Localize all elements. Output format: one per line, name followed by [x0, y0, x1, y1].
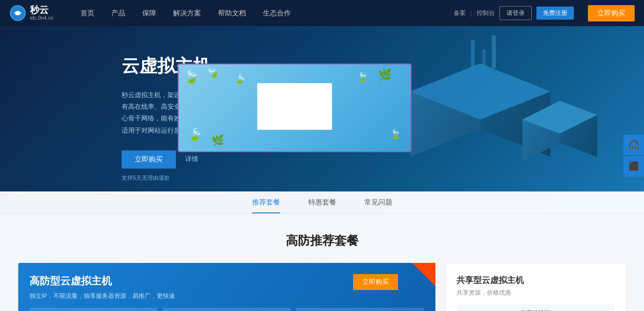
- register-button[interactable]: 免费注册: [536, 7, 574, 20]
- packages-section: 高防推荐套餐 高防型云虚拟主机 独立IP，不限流量，独享服务器资源，易推广，更快…: [0, 214, 644, 311]
- hero-buttons: 立即购买 详情: [122, 150, 644, 169]
- side-plan-name: 共享经济版: [461, 309, 610, 311]
- package-plans: 宽评独享版 ★ 宽评独享版 ★★ 宽评独享版 ★★★: [29, 308, 424, 311]
- side-plan-card: 共享经济版 — — —: [456, 304, 615, 311]
- nav-products[interactable]: 产品: [103, 0, 134, 26]
- header-right: 备案 | 控制台 请登录 免费注册 立即购买: [454, 5, 635, 21]
- side-package-title: 共享型云虚拟主机: [456, 275, 615, 286]
- logo[interactable]: 秒云 idc.0n4.cn: [9, 5, 53, 21]
- logo-main-text: 秒云: [30, 5, 53, 14]
- float-headset-button[interactable]: 🎧: [623, 134, 644, 155]
- logo-sub-text: idc.0n4.cn: [30, 14, 53, 21]
- nav-ecosystem[interactable]: 生态合作: [254, 0, 299, 26]
- leaf-6: 🍃: [187, 126, 205, 143]
- side-package-desc: 共享资源，价格优惠: [456, 289, 615, 297]
- popup-white-box: [257, 83, 332, 130]
- leaf-3: 🍃: [233, 72, 248, 86]
- qr-icon: ⬛: [629, 161, 639, 171]
- side-package: 共享型云虚拟主机 共享资源，价格优惠 共享经济版 — — —: [445, 263, 626, 311]
- tab-faq[interactable]: 常见问题: [364, 191, 392, 213]
- plan-card-3: 宽评独享版 ★★★: [296, 308, 424, 311]
- popup-overlay: 🍃 🍃 🍃 🌿 🍃 🍃 🌿 🍃: [178, 64, 412, 152]
- leaf-8: 🍃: [390, 128, 401, 140]
- leaf-2: 🍃: [204, 64, 221, 81]
- float-sidebar: 🎧 ⬛: [623, 134, 644, 177]
- headset-icon: 🎧: [628, 139, 640, 150]
- divider: |: [470, 10, 472, 17]
- packages-title: 高防推荐套餐: [14, 233, 630, 249]
- leaf-7: 🌿: [211, 134, 224, 147]
- hero-detail-button[interactable]: 详情: [185, 155, 198, 163]
- corner-badge: [412, 263, 435, 286]
- popup-bg: 🍃 🍃 🍃 🌿 🍃 🍃 🌿 🍃: [179, 64, 411, 151]
- leaf-5: 🍃: [357, 71, 369, 83]
- console-link[interactable]: 控制台: [477, 9, 495, 17]
- main-nav: 首页 产品 保障 解决方案 帮助文档 生态合作: [72, 0, 453, 26]
- hero-refund-text: 支持5天无理由退款: [122, 174, 644, 182]
- plan-card-1: 宽评独享版 ★: [29, 308, 158, 311]
- main-package-desc: 独立IP，不限流量，独享服务器资源，易推广，更快速: [29, 292, 424, 300]
- logo-icon: [9, 5, 26, 21]
- leaf-4: 🌿: [378, 68, 392, 81]
- tab-special[interactable]: 特惠套餐: [308, 191, 336, 213]
- nav-home[interactable]: 首页: [72, 0, 103, 26]
- nav-solutions[interactable]: 解决方案: [165, 0, 210, 26]
- main-package-buy-button[interactable]: 立即购买: [353, 274, 398, 290]
- leaf-1: 🍃: [183, 69, 200, 85]
- logo-text: 秒云 idc.0n4.cn: [30, 5, 53, 21]
- header: 秒云 idc.0n4.cn 首页 产品 保障 解决方案 帮助文档 生态合作 备案…: [0, 0, 644, 26]
- tab-recommended[interactable]: 推荐套餐: [252, 191, 280, 213]
- login-button[interactable]: 请登录: [499, 6, 532, 20]
- top-buy-button[interactable]: 立即购买: [588, 5, 635, 21]
- tabs-bar: 推荐套餐 特惠套餐 常见问题: [0, 191, 644, 214]
- hero-buy-button[interactable]: 立即购买: [122, 150, 176, 169]
- float-qr-button[interactable]: ⬛: [623, 156, 644, 177]
- icp-link[interactable]: 备案: [454, 9, 466, 17]
- nav-docs[interactable]: 帮助文档: [210, 0, 254, 26]
- packages-grid: 高防型云虚拟主机 独立IP，不限流量，独享服务器资源，易推广，更快速 立即购买 …: [18, 263, 626, 311]
- plan-card-2: 宽评独享版 ★★: [162, 308, 291, 311]
- svg-point-1: [16, 11, 20, 15]
- main-package: 高防型云虚拟主机 独立IP，不限流量，独享服务器资源，易推广，更快速 立即购买 …: [18, 263, 435, 311]
- hero-section: 云虚拟主机 秒云虚拟主机，架设于纯SSD架构的高性能云服务器之上，具有高在线率、…: [0, 26, 644, 214]
- nav-guarantee[interactable]: 保障: [134, 0, 165, 26]
